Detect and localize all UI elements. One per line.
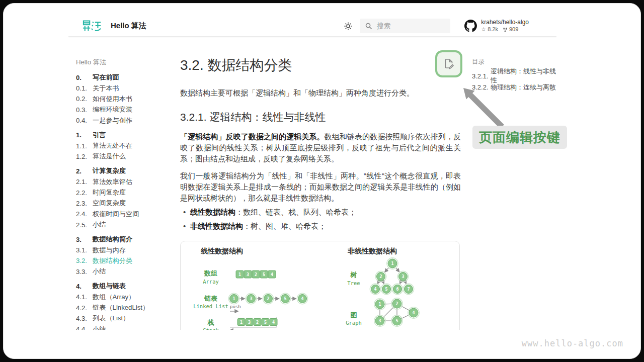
sidebar-item-number: 3.1. (76, 246, 93, 254)
data-structure-figure: 线性数据结构非线性数据结构数组Array13254链表Linked List13… (180, 241, 460, 330)
annotation-label: 页面编辑按键 (472, 126, 567, 149)
sidebar-item[interactable]: 4.数组与链表 (76, 281, 177, 292)
sidebar-item[interactable]: 3.3.小结 (76, 266, 177, 277)
sidebar-item-label: 写在前面 (93, 73, 119, 82)
node-value: 1 (232, 296, 235, 301)
docs-site-screenshot: Hello 算法 搜索 krahets/hello-al (68, 16, 556, 330)
bullet-item-bold: 非线性数据结构 (190, 222, 243, 230)
node-value: 5 (284, 296, 286, 301)
main-content: 3.2. 数据结构分类 数据结构主要可根据「逻辑结构」和「物理结构」两种角度进行… (180, 16, 461, 330)
sidebar-item-number: 1.1. (76, 142, 93, 150)
sidebar-item[interactable]: 1.引言 (76, 130, 177, 140)
sidebar-item-number: 2. (76, 167, 93, 175)
sidebar-item[interactable]: 4.4.小结 (76, 324, 177, 330)
sidebar-item-label: 时间复杂度 (93, 188, 126, 197)
cell-value: 4 (271, 272, 273, 277)
sidebar-title: Hello 算法 (76, 58, 177, 68)
sidebar-item-label: 数据与内存 (93, 246, 126, 255)
push-label: push (230, 304, 241, 309)
sidebar-item[interactable]: 2.5.小结 (76, 220, 177, 230)
sidebar-item[interactable]: 3.数据结构简介 (76, 234, 177, 244)
sidebar-item[interactable]: 0.写在前面 (76, 72, 177, 83)
sidebar-item-label: 如何使用本书 (93, 95, 132, 104)
bullet-item: 非线性数据结构：树、图、堆、哈希表； (190, 222, 356, 236)
sidebar-item-number: 0.3. (76, 106, 93, 114)
figure-label-zh: 树 (350, 271, 357, 279)
sidebar-item-label: 计算复杂度 (93, 166, 126, 175)
github-icon (464, 20, 477, 32)
sidebar-item-number: 1.2. (76, 153, 93, 160)
data-structure-diagram: 线性数据结构非线性数据结构数组Array13254链表Linked List13… (181, 241, 459, 330)
sidebar-item-number: 3.2. (76, 257, 93, 264)
sidebar-item-number: 4.3. (76, 315, 93, 322)
bullet-list: 线性数据结构：数组、链表、栈、队列、哈希表；非线性数据结构：树、图、堆、哈希表； (190, 208, 356, 235)
cell-value: 5 (264, 320, 267, 325)
node-value: 3 (378, 318, 381, 323)
sidebar-item[interactable]: 2.2.时间复杂度 (76, 187, 177, 198)
sidebar-item-number: 0.4. (76, 117, 93, 124)
sidebar-nav: Hello 算法 0.写在前面0.1.关于本书0.2.如何使用本书0.3.编程环… (76, 58, 177, 330)
app-frame: Hello 算法 搜索 krahets/hello-al (3, 3, 641, 359)
paragraph-linear-nonlinear: 我们一般将逻辑结构分为「线性」和「非线性」两种。"线性"这个概念很直观，即表明数… (180, 170, 461, 203)
figure-label-en: Linked List (193, 303, 228, 309)
sidebar-item[interactable]: 1.1.算法无处不在 (76, 140, 177, 151)
sidebar-item-number: 2.2. (76, 189, 93, 197)
sidebar-item-number: 0.1. (76, 84, 93, 92)
figure-label-en: Tree (347, 280, 360, 286)
figure-label-en: Stack (203, 327, 219, 330)
sidebar-item-label: 编程环境安装 (93, 105, 132, 114)
sidebar-item-number: 4.2. (76, 304, 93, 312)
node-value: 2 (379, 274, 382, 279)
sidebar-item-label: 小结 (93, 325, 106, 330)
bullet-item: 线性数据结构：数组、链表、栈、队列、哈希表； (190, 208, 356, 222)
figure-nonlinear-title: 非线性数据结构 (348, 247, 397, 255)
sidebar-item[interactable]: 0.4.一起参与创作 (76, 115, 177, 126)
node-value: 6 (396, 287, 398, 292)
sidebar-item-label: 数组与链表 (93, 282, 126, 291)
sidebar-item-label: 算法效率评估 (93, 177, 132, 187)
watermark: www.hello-algo.com (522, 338, 623, 348)
paragraph-lead-bold: 「逻辑结构」反映了数据之间的逻辑关系。 (180, 132, 325, 141)
figure-label-en: Graph (346, 320, 362, 326)
sidebar-item-label: 列表（List） (93, 314, 129, 323)
sidebar-item-label: 算法无处不在 (93, 141, 132, 150)
sidebar-item[interactable]: 0.2.如何使用本书 (76, 94, 177, 104)
sidebar-item[interactable]: 1.2.算法是什么 (76, 151, 177, 162)
bullet-item-rest: ：数组、链表、栈、队列、哈希表； (235, 208, 356, 216)
github-repo-link[interactable]: krahets/hello-algo ☆ 8.2k 909 (464, 19, 529, 33)
figure-label-zh: 栈 (207, 319, 214, 326)
sidebar-item[interactable]: 4.3.列表（List） (76, 313, 177, 324)
toc-item[interactable]: 3.2.1.逻辑结构：线性与非线性 (472, 70, 556, 82)
toc-item-number: 3.2.1. (472, 72, 491, 80)
edge-line (385, 267, 389, 272)
section-heading: 3.2.1. 逻辑结构：线性与非线性 (180, 110, 326, 124)
sidebar-item-number: 2.1. (76, 178, 93, 186)
sidebar-item-label: 算法是什么 (93, 152, 126, 161)
sidebar-item[interactable]: 4.2.链表（LinkedList） (76, 302, 177, 313)
page-edit-button[interactable] (435, 50, 462, 77)
bullet-item-rest: ：树、图、堆、哈希表； (243, 222, 326, 230)
figure-label-zh: 数组 (204, 269, 217, 277)
sidebar-item[interactable]: 4.1.数组（Array） (76, 292, 177, 302)
sidebar-item-number: 0. (76, 74, 93, 81)
sidebar-item[interactable]: 2.3.空间复杂度 (76, 198, 177, 209)
sidebar-item-number: 0.2. (76, 95, 93, 103)
sidebar-item-label: 权衡时间与空间 (93, 210, 139, 219)
sidebar-item-number: 1. (76, 131, 93, 139)
site-title: Hello 算法 (111, 21, 146, 31)
node-value: 4 (301, 296, 303, 301)
file-edit-icon (443, 58, 455, 70)
page-title: 3.2. 数据结构分类 (180, 56, 292, 75)
hello-algo-logo-icon (83, 20, 102, 33)
paragraph-logic-structure: 「逻辑结构」反映了数据之间的逻辑关系。数组和链表的数据按照顺序依次排列，反映了数… (180, 131, 461, 164)
fork-icon (503, 27, 508, 33)
sidebar-item[interactable]: 3.1.数据与内存 (76, 245, 177, 255)
sidebar-item[interactable]: 0.1.关于本书 (76, 83, 177, 94)
sidebar-item[interactable]: 2.计算复杂度 (76, 166, 177, 176)
sidebar-item[interactable]: 2.1.算法效率评估 (76, 176, 177, 187)
sidebar-item-active[interactable]: 3.2.数据结构分类 (76, 255, 177, 266)
star-count: ☆ 8.2k (481, 26, 498, 33)
repo-stats: ☆ 8.2k 909 (481, 26, 529, 33)
sidebar-item[interactable]: 2.4.权衡时间与空间 (76, 209, 177, 219)
sidebar-item[interactable]: 0.3.编程环境安装 (76, 105, 177, 115)
